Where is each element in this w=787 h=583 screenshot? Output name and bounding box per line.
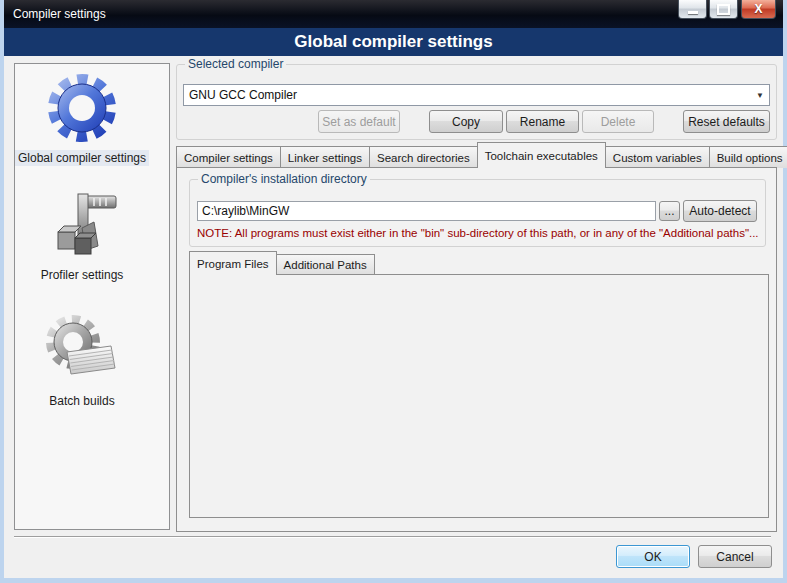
toolchain-executables-panel: Compiler's installation directory ... Au… bbox=[176, 167, 777, 532]
install-dir-note: NOTE: All programs must exist either in … bbox=[197, 227, 759, 239]
install-dir-legend: Compiler's installation directory bbox=[198, 172, 370, 186]
set-as-default-button[interactable]: Set as default bbox=[318, 110, 400, 133]
program-files-tabstrip: Program Files Additional Paths bbox=[189, 252, 374, 275]
minimize-button[interactable] bbox=[678, 0, 707, 19]
install-dir-input[interactable] bbox=[197, 201, 656, 221]
gray-gear-stack-icon bbox=[41, 308, 123, 390]
install-dir-browse-button[interactable]: ... bbox=[659, 201, 680, 221]
rename-button[interactable]: Rename bbox=[506, 110, 579, 133]
compiler-select-value: GNU GCC Compiler bbox=[189, 88, 297, 102]
compiler-select[interactable]: GNU GCC Compiler ▼ bbox=[183, 84, 770, 106]
delete-button[interactable]: Delete bbox=[582, 110, 654, 133]
tab-toolchain-executables[interactable]: Toolchain executables bbox=[477, 142, 606, 168]
sidebar-item-batch-builds[interactable] bbox=[4, 308, 160, 390]
program-files-panel bbox=[189, 274, 769, 518]
cancel-button[interactable]: Cancel bbox=[698, 545, 772, 568]
tab-compiler-settings[interactable]: Compiler settings bbox=[176, 146, 281, 168]
subtab-additional-paths[interactable]: Additional Paths bbox=[276, 254, 375, 275]
maximize-icon bbox=[717, 4, 730, 15]
title-bar[interactable]: Compiler settings bbox=[4, 0, 783, 28]
sidebar-item-global-compiler-settings[interactable] bbox=[4, 66, 160, 148]
sidebar-label-profiler-settings[interactable]: Profiler settings bbox=[4, 268, 160, 282]
maximize-button[interactable] bbox=[709, 0, 738, 19]
auto-detect-button[interactable]: Auto-detect bbox=[683, 200, 757, 222]
minimize-icon bbox=[688, 11, 698, 14]
caliper-icon bbox=[42, 188, 122, 268]
blue-gear-icon bbox=[41, 66, 123, 148]
tab-search-directories[interactable]: Search directories bbox=[369, 146, 478, 168]
settings-tabstrip: Compiler settings Linker settings Search… bbox=[176, 143, 777, 168]
close-button[interactable]: X bbox=[741, 0, 776, 19]
selected-compiler-legend: Selected compiler bbox=[185, 57, 286, 71]
tab-linker-settings[interactable]: Linker settings bbox=[280, 146, 370, 168]
sidebar-label-global-compiler-settings[interactable]: Global compiler settings bbox=[4, 151, 160, 165]
close-icon: X bbox=[754, 3, 762, 15]
sidebar-label-batch-builds[interactable]: Batch builds bbox=[4, 394, 160, 408]
compiler-settings-dialog: Compiler settings X Global compiler sett… bbox=[0, 0, 787, 583]
ok-button[interactable]: OK bbox=[616, 545, 690, 568]
page-title: Global compiler settings bbox=[4, 28, 783, 56]
subtab-program-files[interactable]: Program Files bbox=[189, 251, 277, 275]
copy-button[interactable]: Copy bbox=[429, 110, 503, 133]
sidebar-item-profiler-settings[interactable] bbox=[4, 188, 160, 268]
tab-build-options[interactable]: Build options bbox=[709, 146, 787, 168]
window-title: Compiler settings bbox=[13, 7, 106, 21]
reset-defaults-button[interactable]: Reset defaults bbox=[683, 110, 770, 133]
chevron-down-icon: ▼ bbox=[756, 91, 764, 100]
footer-divider bbox=[14, 536, 771, 538]
tab-custom-variables[interactable]: Custom variables bbox=[605, 146, 710, 168]
